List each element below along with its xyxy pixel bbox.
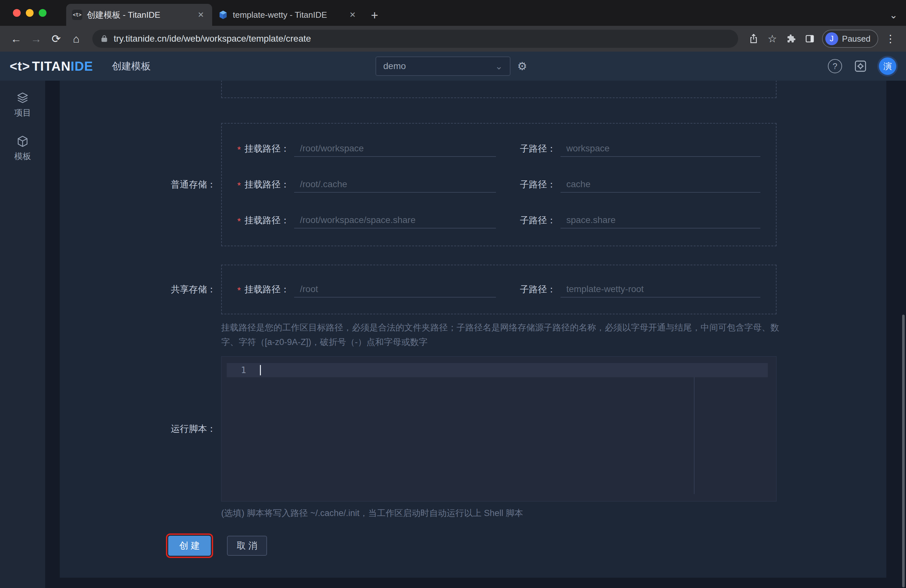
tab-title: 创建模板 - TitanIDE: [87, 10, 191, 21]
sub-path-label: 子路径：: [520, 214, 556, 226]
sub-path-label: 子路径：: [520, 143, 556, 155]
cube-favicon: [218, 10, 228, 20]
shared-storage-label: 共享存储：: [60, 265, 221, 314]
back-icon[interactable]: ←: [7, 30, 25, 48]
url-text: try.titanide.cn/ide/web/workspace/templa…: [114, 33, 311, 44]
normal-storage-box: * 挂载路径： 子路径： * 挂载路径： 子路径： * 挂载路径： 子路径：: [221, 123, 777, 246]
browser-toolbar: ← → ⟳ ⌂ try.titanide.cn/ide/web/workspac…: [0, 26, 906, 52]
normal-storage-label: 普通存储：: [60, 123, 221, 246]
profile-status-label: Paused: [842, 34, 871, 44]
shared-storage-section: 共享存储： * 挂载路径： 子路径：: [60, 265, 777, 314]
shared-storage-box: * 挂载路径： 子路径：: [221, 265, 777, 314]
mount-path-label: 挂载路径：: [244, 178, 290, 191]
script-code-editor[interactable]: 1: [221, 356, 777, 502]
user-avatar[interactable]: 演: [879, 57, 896, 75]
workspace-settings-icon[interactable]: [854, 59, 867, 73]
browser-profile-button[interactable]: J Paused: [822, 30, 878, 48]
cancel-button[interactable]: 取 消: [227, 536, 267, 556]
share-icon[interactable]: [745, 30, 762, 47]
close-window-button[interactable]: [13, 9, 21, 17]
sidebar: 项目 模板: [0, 81, 45, 588]
sidebar-item-templates[interactable]: 模板: [14, 135, 31, 162]
close-tab-icon[interactable]: ✕: [195, 10, 206, 20]
required-mark: *: [237, 143, 244, 155]
bookmark-star-icon[interactable]: ☆: [764, 30, 781, 47]
workspace-select-value: demo: [383, 61, 406, 71]
required-mark: *: [237, 284, 244, 296]
create-button[interactable]: 创 建: [168, 536, 211, 556]
logo-bracket: <t>: [10, 59, 30, 73]
app-header: <t>TITANIDE 创建模板 demo ⌄ ⚙ ? 演: [0, 52, 906, 81]
page-scrollbar[interactable]: [902, 315, 905, 587]
lock-icon: [100, 34, 108, 43]
required-mark: *: [237, 178, 244, 191]
logo-ide: IDE: [71, 59, 93, 73]
tab-search-chevron-icon[interactable]: ⌄: [890, 10, 898, 21]
scrolled-storage-box: [221, 81, 777, 98]
editor-active-line: [226, 363, 768, 377]
help-icon[interactable]: ?: [828, 59, 842, 73]
reload-icon[interactable]: ⟳: [47, 30, 65, 48]
profile-avatar: J: [825, 32, 838, 45]
sub-path-input[interactable]: [560, 281, 760, 298]
side-panel-icon[interactable]: [801, 30, 818, 47]
tab-title: template-wetty - TitanIDE: [233, 10, 343, 20]
titanide-favicon: <t>: [72, 10, 82, 20]
page-title: 创建模板: [112, 60, 151, 73]
home-icon[interactable]: ⌂: [67, 30, 85, 48]
sub-path-input[interactable]: [560, 141, 760, 157]
forward-icon[interactable]: →: [27, 30, 45, 48]
new-tab-button[interactable]: +: [367, 8, 382, 22]
sub-path-input[interactable]: [560, 177, 760, 193]
sub-path-input[interactable]: [560, 212, 760, 228]
sub-path-label: 子路径：: [520, 178, 556, 191]
close-tab-icon[interactable]: ✕: [347, 10, 358, 20]
tab-template-wetty[interactable]: template-wetty - TitanIDE ✕: [212, 4, 364, 26]
mount-path-label: 挂载路径：: [244, 143, 290, 155]
sub-path-label: 子路径：: [520, 284, 556, 296]
storage-row: * 挂载路径： 子路径：: [237, 140, 760, 158]
cube-icon: [16, 135, 29, 148]
zoom-window-button[interactable]: [39, 9, 46, 17]
mount-path-input[interactable]: [294, 212, 496, 228]
chevron-down-icon: ⌄: [495, 61, 503, 72]
mount-path-label: 挂载路径：: [244, 284, 290, 296]
tab-create-template[interactable]: <t> 创建模板 - TitanIDE ✕: [66, 4, 212, 26]
storage-row: * 挂载路径： 子路径：: [237, 211, 760, 229]
minimize-window-button[interactable]: [26, 9, 33, 17]
normal-storage-section: 普通存储： * 挂载路径： 子路径： * 挂载路径： 子路径： * 挂载路径： …: [60, 123, 777, 246]
editor-line-number: 1: [241, 363, 246, 377]
create-template-form: 普通存储： * 挂载路径： 子路径： * 挂载路径： 子路径： * 挂载路径： …: [60, 81, 886, 578]
workspace-gear-icon[interactable]: ⚙: [517, 60, 527, 73]
mount-path-label: 挂载路径：: [244, 214, 290, 226]
editor-caret: [260, 365, 261, 375]
storage-row: * 挂载路径： 子路径：: [237, 175, 760, 194]
form-actions: 创 建 取 消: [168, 536, 267, 556]
editor-column-ruler: [694, 377, 694, 494]
sidebar-item-label: 项目: [14, 107, 31, 118]
window-controls: [13, 9, 46, 17]
browser-menu-icon[interactable]: ⋮: [882, 30, 899, 47]
sidebar-item-projects[interactable]: 项目: [14, 92, 31, 118]
browser-tab-strip: <t> 创建模板 - TitanIDE ✕ template-wetty - T…: [0, 0, 906, 26]
mount-path-input[interactable]: [294, 281, 496, 298]
mount-path-input[interactable]: [294, 177, 496, 193]
address-bar[interactable]: try.titanide.cn/ide/web/workspace/templa…: [93, 30, 738, 48]
extensions-puzzle-icon[interactable]: [783, 30, 799, 47]
workspace-select[interactable]: demo ⌄: [375, 56, 510, 76]
run-script-label: 运行脚本：: [60, 356, 221, 502]
script-hint: (选填) 脚本将写入路径 ~/.cache/.init，当工作区启动时自动运行以…: [221, 507, 523, 519]
titanide-logo: <t>TITANIDE: [10, 59, 93, 73]
required-mark: *: [237, 214, 244, 226]
storage-row: * 挂载路径： 子路径：: [237, 280, 760, 298]
sidebar-item-label: 模板: [14, 151, 31, 162]
logo-titan: TITAN: [32, 59, 71, 73]
layers-icon: [16, 92, 29, 104]
path-rules-hint: 挂载路径是您的工作区目标路径，必须是合法的文件夹路径；子路径名是网络存储源子路径…: [221, 320, 780, 349]
mount-path-input[interactable]: [294, 141, 496, 157]
